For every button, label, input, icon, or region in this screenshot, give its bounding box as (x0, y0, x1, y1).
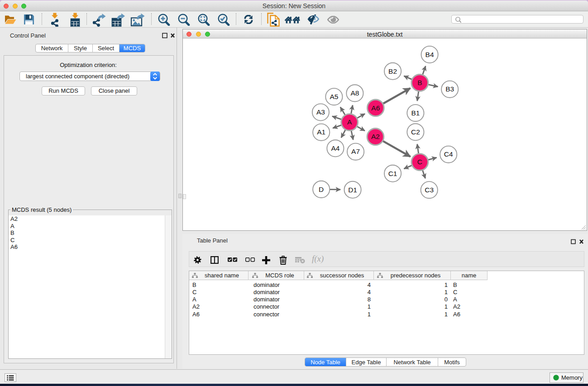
svg-text:B3: B3 (445, 85, 454, 93)
svg-text:B4: B4 (425, 51, 434, 58)
svg-text:D1: D1 (348, 186, 357, 194)
svg-text:A1: A1 (317, 128, 325, 136)
svg-text:C2: C2 (411, 128, 420, 136)
svg-text:B1: B1 (411, 109, 420, 117)
svg-text:A8: A8 (350, 89, 359, 97)
svg-text:C4: C4 (444, 150, 453, 158)
svg-text:A: A (347, 118, 352, 126)
svg-text:C1: C1 (388, 170, 397, 177)
svg-text:B2: B2 (388, 67, 397, 75)
svg-text:A5: A5 (330, 93, 338, 100)
svg-text:C: C (417, 158, 422, 166)
svg-text:C3: C3 (425, 186, 434, 194)
svg-text:A6: A6 (371, 104, 380, 112)
svg-text:A2: A2 (371, 133, 380, 140)
svg-text:A7: A7 (351, 148, 360, 155)
svg-text:B: B (417, 79, 422, 86)
svg-text:A4: A4 (331, 144, 339, 152)
svg-text:D: D (319, 186, 324, 193)
svg-text:A3: A3 (316, 108, 325, 116)
